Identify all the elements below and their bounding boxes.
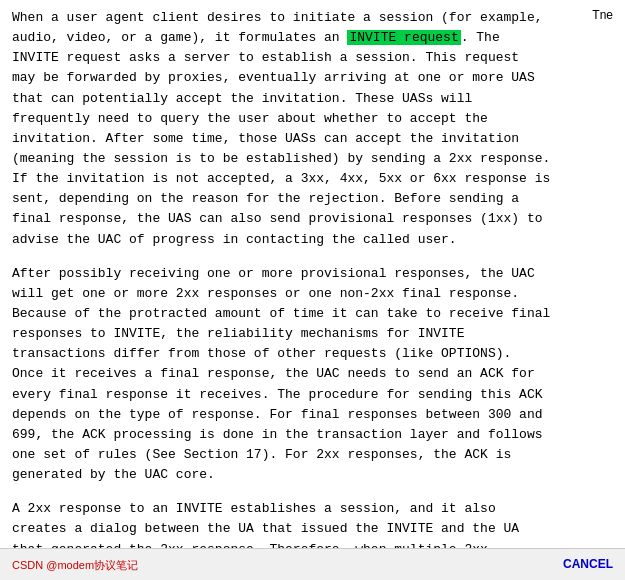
text-span: that can potentially accept the invitati… [12, 91, 472, 106]
text-span: Because of the protracted amount of time… [12, 306, 550, 321]
highlight-green-span: INVITE request [347, 30, 460, 45]
text-span: responses to INVITE, the reliability mec… [12, 326, 464, 341]
watermark-label: CSDN @modem协议笔记 [12, 557, 138, 574]
text-span: creates a dialog between the UA that iss… [12, 521, 519, 536]
text-span: may be forwarded by proxies, eventually … [12, 70, 535, 85]
text-span: will get one or more 2xx responses or on… [12, 286, 519, 301]
text-span: A 2xx response to an INVITE establishes … [12, 501, 496, 516]
text-span: 699, the ACK processing is done in the t… [12, 427, 543, 442]
text-span: After possibly receiving one or more pro… [12, 266, 535, 281]
text-span: audio, video, or a game), it formulates … [12, 30, 347, 45]
bottom-bar: CSDN @modem协议笔记 CANCEL [0, 548, 625, 580]
text-span: advise the UAC of progress in contacting… [12, 232, 457, 247]
content-area: When a user agent client desires to init… [12, 8, 613, 580]
text-span: INVITE request asks a server to establis… [12, 50, 519, 65]
text-span: sent, depending on the reason for the re… [12, 191, 519, 206]
paragraph-2: After possibly receiving one or more pro… [12, 264, 613, 486]
text-span: depends on the type of response. For fin… [12, 407, 543, 422]
text-span: (meaning the session is to be establishe… [12, 151, 550, 166]
text-span: every final response it receives. The pr… [12, 387, 543, 402]
text-span: generated by the UAC core. [12, 467, 215, 482]
paragraph-1: When a user agent client desires to init… [12, 8, 613, 250]
text-span: final response, the UAS can also send pr… [12, 211, 543, 226]
text-span: one set of rules (See Section 17). For 2… [12, 447, 511, 462]
text-span: When a user agent client desires to init… [12, 10, 543, 25]
text-span: frequently need to query the user about … [12, 111, 488, 126]
top-right-label: Tne [592, 6, 613, 25]
text-span: . The [461, 30, 500, 45]
text-span: invitation. After some time, those UASs … [12, 131, 519, 146]
text-span: transactions differ from those of other … [12, 346, 511, 361]
cancel-button[interactable]: CANCEL [563, 555, 613, 574]
text-span: If the invitation is not accepted, a 3xx… [12, 171, 550, 186]
text-span: Once it receives a final response, the U… [12, 366, 535, 381]
